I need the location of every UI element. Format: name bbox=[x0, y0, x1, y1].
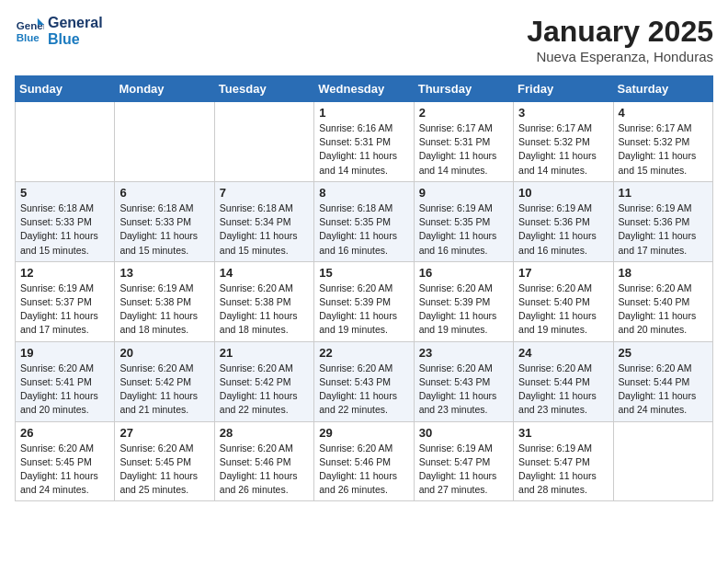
calendar-cell: 13Sunrise: 6:19 AMSunset: 5:38 PMDayligh… bbox=[115, 261, 214, 341]
calendar-cell: 23Sunrise: 6:20 AMSunset: 5:43 PMDayligh… bbox=[414, 341, 513, 421]
day-info: Sunrise: 6:19 AMSunset: 5:35 PMDaylight:… bbox=[419, 201, 508, 258]
calendar-cell: 6Sunrise: 6:18 AMSunset: 5:33 PMDaylight… bbox=[115, 181, 214, 261]
calendar-cell: 19Sunrise: 6:20 AMSunset: 5:41 PMDayligh… bbox=[16, 341, 115, 421]
day-info: Sunrise: 6:19 AMSunset: 5:36 PMDaylight:… bbox=[619, 201, 708, 258]
day-info: Sunrise: 6:20 AMSunset: 5:39 PMDaylight:… bbox=[319, 282, 408, 338]
day-number: 29 bbox=[319, 426, 408, 440]
day-number: 7 bbox=[220, 186, 309, 200]
day-number: 18 bbox=[619, 266, 708, 280]
day-info: Sunrise: 6:19 AMSunset: 5:37 PMDaylight:… bbox=[20, 282, 109, 338]
calendar-cell: 18Sunrise: 6:20 AMSunset: 5:40 PMDayligh… bbox=[613, 261, 712, 341]
calendar-cell: 14Sunrise: 6:20 AMSunset: 5:38 PMDayligh… bbox=[214, 261, 313, 341]
day-number: 23 bbox=[419, 346, 508, 360]
day-number: 30 bbox=[419, 426, 508, 440]
calendar-cell: 17Sunrise: 6:20 AMSunset: 5:40 PMDayligh… bbox=[514, 261, 613, 341]
day-info: Sunrise: 6:20 AMSunset: 5:43 PMDaylight:… bbox=[419, 362, 508, 418]
day-info: Sunrise: 6:20 AMSunset: 5:45 PMDaylight:… bbox=[119, 442, 209, 498]
month-year-title: January 2025 bbox=[527, 15, 713, 49]
calendar-cell: 9Sunrise: 6:19 AMSunset: 5:35 PMDaylight… bbox=[414, 181, 513, 261]
header-wednesday: Wednesday bbox=[314, 76, 414, 102]
day-info: Sunrise: 6:20 AMSunset: 5:39 PMDaylight:… bbox=[419, 282, 508, 338]
header-saturday: Saturday bbox=[613, 76, 712, 102]
day-info: Sunrise: 6:20 AMSunset: 5:42 PMDaylight:… bbox=[119, 362, 209, 418]
day-number: 15 bbox=[319, 266, 408, 280]
calendar-cell: 8Sunrise: 6:18 AMSunset: 5:35 PMDaylight… bbox=[314, 181, 414, 261]
calendar-cell: 27Sunrise: 6:20 AMSunset: 5:45 PMDayligh… bbox=[115, 421, 214, 501]
calendar-cell: 28Sunrise: 6:20 AMSunset: 5:46 PMDayligh… bbox=[214, 421, 313, 501]
calendar-cell bbox=[214, 102, 313, 182]
day-info: Sunrise: 6:17 AMSunset: 5:31 PMDaylight:… bbox=[419, 121, 508, 178]
svg-text:Blue: Blue bbox=[17, 31, 40, 42]
calendar-cell: 10Sunrise: 6:19 AMSunset: 5:36 PMDayligh… bbox=[514, 181, 613, 261]
calendar-table: SundayMondayTuesdayWednesdayThursdayFrid… bbox=[15, 75, 713, 501]
page-header: General Blue General Blue January 2025 N… bbox=[15, 15, 713, 64]
calendar-cell: 4Sunrise: 6:17 AMSunset: 5:32 PMDaylight… bbox=[613, 102, 712, 182]
calendar-cell: 2Sunrise: 6:17 AMSunset: 5:31 PMDaylight… bbox=[414, 102, 513, 182]
day-info: Sunrise: 6:20 AMSunset: 5:41 PMDaylight:… bbox=[20, 362, 109, 418]
logo-line1: General bbox=[48, 15, 103, 31]
logo: General Blue General Blue bbox=[15, 15, 103, 47]
day-number: 6 bbox=[119, 186, 209, 200]
calendar-cell bbox=[16, 102, 115, 182]
calendar-cell: 24Sunrise: 6:20 AMSunset: 5:44 PMDayligh… bbox=[514, 341, 613, 421]
calendar-week-row: 12Sunrise: 6:19 AMSunset: 5:37 PMDayligh… bbox=[16, 261, 713, 341]
day-number: 3 bbox=[518, 106, 608, 120]
day-number: 19 bbox=[20, 346, 109, 360]
day-number: 5 bbox=[20, 186, 109, 200]
day-info: Sunrise: 6:20 AMSunset: 5:44 PMDaylight:… bbox=[518, 362, 608, 418]
day-info: Sunrise: 6:19 AMSunset: 5:36 PMDaylight:… bbox=[518, 201, 608, 258]
calendar-cell: 12Sunrise: 6:19 AMSunset: 5:37 PMDayligh… bbox=[16, 261, 115, 341]
day-number: 17 bbox=[518, 266, 608, 280]
day-info: Sunrise: 6:18 AMSunset: 5:33 PMDaylight:… bbox=[119, 201, 209, 258]
calendar-header-row: SundayMondayTuesdayWednesdayThursdayFrid… bbox=[16, 76, 713, 102]
day-info: Sunrise: 6:18 AMSunset: 5:33 PMDaylight:… bbox=[20, 201, 109, 258]
day-number: 10 bbox=[518, 186, 608, 200]
day-number: 20 bbox=[119, 346, 209, 360]
calendar-week-row: 1Sunrise: 6:16 AMSunset: 5:31 PMDaylight… bbox=[16, 102, 713, 182]
day-info: Sunrise: 6:19 AMSunset: 5:47 PMDaylight:… bbox=[419, 442, 508, 498]
day-number: 13 bbox=[119, 266, 209, 280]
day-info: Sunrise: 6:18 AMSunset: 5:35 PMDaylight:… bbox=[319, 201, 408, 258]
day-number: 21 bbox=[220, 346, 309, 360]
day-number: 31 bbox=[518, 426, 608, 440]
logo-line2: Blue bbox=[48, 31, 103, 48]
calendar-cell: 29Sunrise: 6:20 AMSunset: 5:46 PMDayligh… bbox=[314, 421, 414, 501]
day-number: 1 bbox=[319, 106, 408, 120]
calendar-cell: 7Sunrise: 6:18 AMSunset: 5:34 PMDaylight… bbox=[214, 181, 313, 261]
day-number: 4 bbox=[619, 106, 708, 120]
calendar-cell: 30Sunrise: 6:19 AMSunset: 5:47 PMDayligh… bbox=[414, 421, 513, 501]
calendar-cell: 11Sunrise: 6:19 AMSunset: 5:36 PMDayligh… bbox=[613, 181, 712, 261]
day-number: 12 bbox=[20, 266, 109, 280]
header-sunday: Sunday bbox=[16, 76, 115, 102]
logo-icon: General Blue bbox=[15, 17, 44, 46]
title-block: January 2025 Nueva Esperanza, Honduras bbox=[527, 15, 713, 64]
day-number: 28 bbox=[220, 426, 309, 440]
day-number: 27 bbox=[119, 426, 209, 440]
day-number: 22 bbox=[319, 346, 408, 360]
day-number: 26 bbox=[20, 426, 109, 440]
calendar-cell: 26Sunrise: 6:20 AMSunset: 5:45 PMDayligh… bbox=[16, 421, 115, 501]
day-number: 14 bbox=[220, 266, 309, 280]
day-info: Sunrise: 6:20 AMSunset: 5:43 PMDaylight:… bbox=[319, 362, 408, 418]
calendar-week-row: 26Sunrise: 6:20 AMSunset: 5:45 PMDayligh… bbox=[16, 421, 713, 501]
location-label: Nueva Esperanza, Honduras bbox=[527, 49, 713, 64]
day-number: 11 bbox=[619, 186, 708, 200]
day-info: Sunrise: 6:20 AMSunset: 5:42 PMDaylight:… bbox=[220, 362, 309, 418]
header-thursday: Thursday bbox=[414, 76, 513, 102]
day-number: 25 bbox=[619, 346, 708, 360]
day-info: Sunrise: 6:16 AMSunset: 5:31 PMDaylight:… bbox=[319, 121, 408, 178]
calendar-cell: 16Sunrise: 6:20 AMSunset: 5:39 PMDayligh… bbox=[414, 261, 513, 341]
calendar-cell: 20Sunrise: 6:20 AMSunset: 5:42 PMDayligh… bbox=[115, 341, 214, 421]
calendar-cell: 15Sunrise: 6:20 AMSunset: 5:39 PMDayligh… bbox=[314, 261, 414, 341]
day-info: Sunrise: 6:20 AMSunset: 5:46 PMDaylight:… bbox=[220, 442, 309, 498]
calendar-week-row: 5Sunrise: 6:18 AMSunset: 5:33 PMDaylight… bbox=[16, 181, 713, 261]
header-monday: Monday bbox=[115, 76, 214, 102]
header-tuesday: Tuesday bbox=[214, 76, 313, 102]
calendar-cell: 25Sunrise: 6:20 AMSunset: 5:44 PMDayligh… bbox=[613, 341, 712, 421]
day-number: 24 bbox=[518, 346, 608, 360]
calendar-cell: 3Sunrise: 6:17 AMSunset: 5:32 PMDaylight… bbox=[514, 102, 613, 182]
day-info: Sunrise: 6:20 AMSunset: 5:45 PMDaylight:… bbox=[20, 442, 109, 498]
calendar-cell: 22Sunrise: 6:20 AMSunset: 5:43 PMDayligh… bbox=[314, 341, 414, 421]
day-info: Sunrise: 6:17 AMSunset: 5:32 PMDaylight:… bbox=[619, 121, 708, 178]
calendar-cell bbox=[115, 102, 214, 182]
